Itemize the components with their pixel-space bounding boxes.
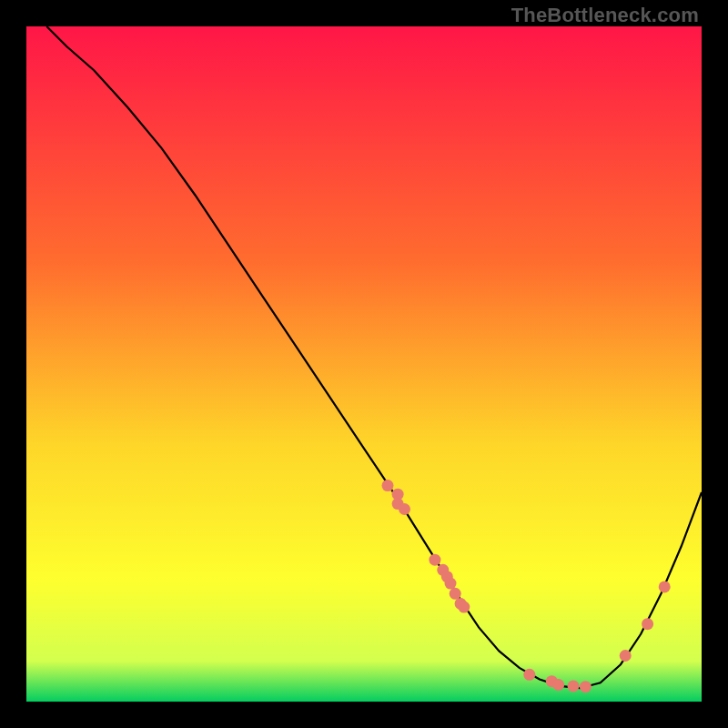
watermark-text: TheBottleneck.com [511,4,699,27]
data-dot [642,618,653,630]
gradient-background [26,26,702,702]
data-dot [620,650,632,662]
data-dot [458,602,470,613]
data-dot [382,480,394,491]
data-dot [445,578,457,590]
data-dot [552,679,564,691]
data-dot [429,554,440,566]
plot-area [26,26,702,702]
data-dot [568,680,580,692]
data-dot [399,503,410,515]
data-dot [580,681,592,693]
data-dot [523,669,535,681]
chart-svg [26,26,702,702]
data-dot [659,581,671,592]
data-dot [450,588,461,600]
